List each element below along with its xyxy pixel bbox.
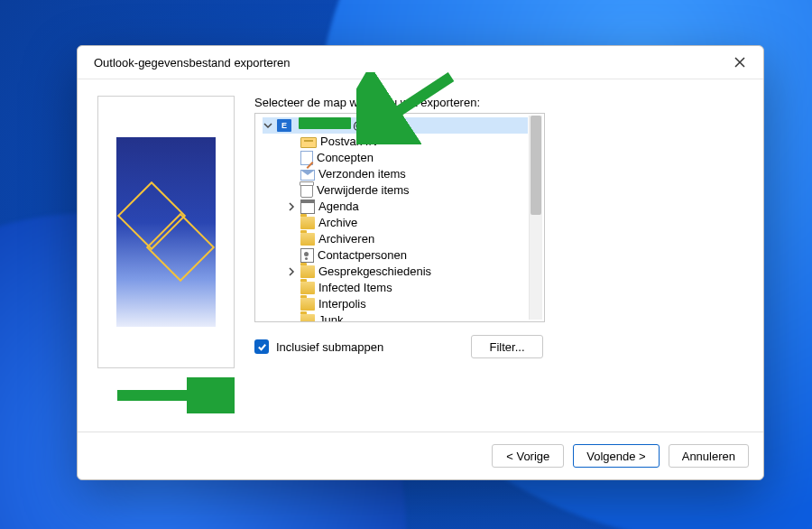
tree-item[interactable]: Concepten	[286, 150, 528, 166]
tree-item[interactable]: Interpolis	[286, 296, 528, 312]
chevron-right-icon[interactable]	[286, 201, 297, 212]
tree-item-label: Verwijderde items	[317, 182, 410, 199]
folder-icon	[300, 298, 315, 311]
cancel-button[interactable]: Annuleren	[669, 444, 749, 468]
tree-item-label: Gesprekgeschiedenis	[318, 264, 431, 280]
contacts-icon	[300, 248, 314, 263]
tree-item-label: Archiveren	[318, 231, 374, 247]
tree-item[interactable]: Postvak IN	[286, 134, 528, 150]
folder-tree[interactable]: E @live.nl Postvak INConceptenVerzonden …	[254, 113, 545, 322]
tree-item[interactable]: Agenda	[286, 199, 528, 215]
sent-icon	[300, 170, 315, 181]
next-button[interactable]: Volgende >	[573, 444, 659, 468]
draft-icon	[300, 151, 313, 165]
tree-item-label: Junk	[318, 312, 343, 321]
tree-item-label: Interpolis	[318, 296, 366, 312]
tree-item[interactable]: Verzonden items	[286, 166, 528, 182]
tree-item-label: Infected Items	[318, 280, 392, 296]
include-subfolders-checkbox[interactable]	[254, 339, 269, 354]
tree-item[interactable]: Junk	[286, 312, 528, 321]
filter-button[interactable]: Filter...	[471, 335, 543, 358]
scroll-thumb[interactable]	[531, 116, 541, 215]
include-subfolders-label: Inclusief submappen	[276, 340, 383, 354]
tree-item[interactable]: Contactpersonen	[286, 247, 528, 264]
tree-item[interactable]: Archiveren	[286, 231, 528, 247]
account-name: @live.nl	[295, 117, 396, 134]
tree-scrollbar[interactable]	[529, 116, 542, 320]
titlebar: Outlook-gegevensbestand exporteren	[78, 46, 763, 79]
chevron-right-icon[interactable]	[286, 266, 297, 277]
dialog-title: Outlook-gegevensbestand exporteren	[94, 56, 291, 70]
tree-item[interactable]: Archive	[286, 215, 528, 231]
dialog-footer: < Vorige Volgende > Annuleren	[78, 432, 763, 479]
folder-icon	[300, 314, 315, 321]
tree-root-account[interactable]: E @live.nl	[263, 117, 528, 134]
close-icon	[734, 57, 745, 68]
inbox-icon	[300, 137, 317, 148]
folder-icon	[300, 233, 315, 246]
tree-item[interactable]: Verwijderde items	[286, 182, 528, 199]
tree-item-label: Postvak IN	[320, 134, 377, 150]
chevron-down-icon[interactable]	[263, 120, 273, 131]
mailbox-icon: E	[277, 119, 291, 132]
wizard-hero-image	[97, 96, 235, 368]
tree-item-label: Archive	[318, 215, 357, 231]
trash-icon	[300, 183, 313, 198]
close-button[interactable]	[722, 50, 758, 75]
folder-picker-label: Selecteer de map waaruit u wilt exporter…	[254, 96, 743, 109]
folder-icon	[300, 282, 315, 294]
folder-icon	[300, 217, 315, 229]
redacted-bar	[299, 117, 351, 129]
folder-icon	[300, 265, 315, 278]
tree-item[interactable]: Infected Items	[286, 280, 528, 296]
tree-item[interactable]: Gesprekgeschiedenis	[286, 264, 528, 280]
tree-item-label: Concepten	[317, 150, 374, 166]
tree-item-label: Agenda	[318, 199, 359, 215]
tree-item-label: Contactpersonen	[318, 247, 407, 264]
back-button[interactable]: < Vorige	[492, 444, 564, 468]
export-dialog: Outlook-gegevensbestand exporteren Selec…	[77, 45, 764, 480]
tree-item-label: Verzonden items	[318, 166, 406, 182]
cal-icon	[300, 200, 315, 214]
